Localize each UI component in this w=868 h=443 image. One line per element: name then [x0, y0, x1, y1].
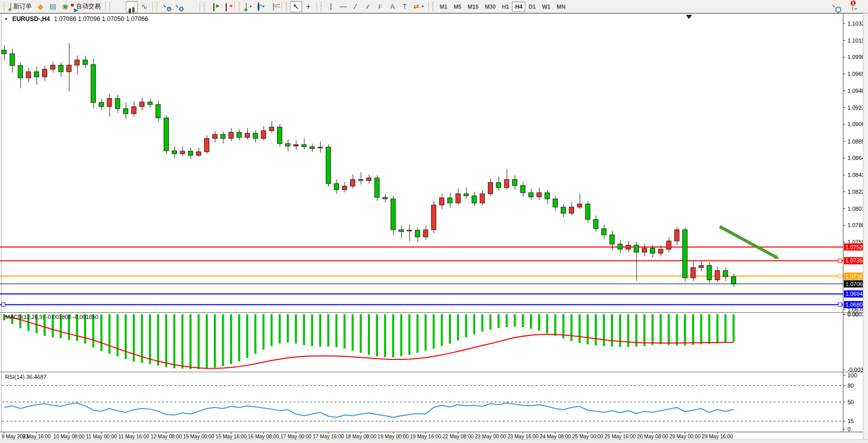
time-axis-label: 25 May 16:00	[604, 434, 636, 439]
chevron-down-icon: ▾	[262, 4, 264, 9]
time-axis-label: 19 May 16:00	[410, 434, 441, 439]
collapse-triangle-icon[interactable]: ▼	[4, 17, 8, 22]
candle	[18, 63, 23, 88]
periods-button[interactable]: ▾	[255, 1, 267, 12]
candle	[75, 55, 80, 74]
zoom-in-button[interactable]: +	[161, 1, 173, 12]
candle	[26, 68, 31, 82]
time-axis-label: 12 May 08:00	[151, 434, 182, 439]
trendline-button[interactable]: ∕	[349, 1, 362, 12]
templates-button[interactable]	[267, 1, 280, 12]
candle	[715, 267, 720, 282]
text-label-button[interactable]: T	[399, 1, 411, 12]
candle	[642, 244, 647, 256]
timeframe-m30-button[interactable]: M30	[482, 2, 499, 12]
horizontal-line-button[interactable]: —	[337, 1, 349, 12]
candle	[140, 97, 144, 110]
tile-windows-button[interactable]	[185, 1, 198, 12]
candle	[261, 126, 266, 140]
candle	[456, 189, 460, 205]
zoom-out-button[interactable]: −	[173, 1, 185, 12]
candle	[302, 138, 306, 150]
rsi-axis-label: 15	[847, 418, 854, 424]
arrows-button[interactable]: ⇄▾	[411, 1, 426, 12]
vertical-line-button[interactable]: |	[325, 1, 337, 12]
auto-scroll-button[interactable]: ▶	[208, 1, 220, 12]
line-handle[interactable]	[838, 274, 842, 278]
timeframe-m1-button[interactable]: M1	[437, 2, 450, 12]
fibonacci-button[interactable]: F	[374, 1, 386, 12]
text-label-icon: T	[403, 3, 406, 10]
bar-chart-button[interactable]	[113, 1, 126, 12]
autotrading-button-label: 自动交易	[76, 2, 101, 11]
timeframe-w1-button[interactable]: W1	[539, 2, 554, 12]
timeframe-d1-button[interactable]: D1	[525, 2, 539, 12]
rsi-axis-label: 0	[847, 426, 851, 432]
chevron-down-icon: ▾	[422, 4, 424, 9]
timeframe-m15-button[interactable]: M15	[464, 2, 481, 12]
candlestick-chart-button[interactable]	[126, 1, 138, 12]
monitor-icon: ▤	[49, 3, 56, 10]
candle	[148, 98, 152, 108]
candle	[50, 62, 55, 73]
crosshair-button[interactable]: +	[302, 1, 314, 12]
candle	[2, 45, 7, 61]
chart-window: 1.103251.101151.099051.096951.094851.092…	[0, 13, 868, 443]
timeframe-h1-button[interactable]: H1	[499, 2, 512, 12]
candle	[164, 115, 169, 154]
candle	[707, 263, 712, 283]
candle	[602, 225, 606, 239]
candle	[99, 98, 104, 110]
time-axis-label: 10 May 08:00	[53, 434, 85, 439]
time-axis-label: 24 May 08:00	[540, 434, 571, 439]
chart-shift-marker-icon[interactable]	[686, 15, 692, 19]
line-handle[interactable]	[838, 259, 842, 263]
line-chart-button[interactable]: ∿	[138, 1, 150, 12]
search-button[interactable]	[829, 1, 841, 12]
vertical-line-icon: |	[330, 3, 332, 10]
time-axis-label: 23 May 00:00	[475, 434, 506, 439]
timeframe-m5-button[interactable]: M5	[450, 2, 464, 12]
timeframe-mn-button[interactable]: MN	[554, 2, 568, 12]
candle	[585, 201, 590, 223]
candle	[594, 215, 598, 232]
alert-bell-button[interactable]: ◆	[34, 1, 47, 12]
candle	[237, 129, 242, 140]
broadcast-button[interactable]: ◉	[59, 1, 71, 12]
candle	[359, 172, 363, 185]
candle	[577, 194, 582, 209]
timeframe-h4-button[interactable]: H4	[512, 2, 525, 12]
candle	[115, 95, 120, 113]
candle	[350, 174, 355, 189]
candle	[675, 227, 679, 245]
candle	[699, 261, 703, 272]
document-plus-icon: +	[10, 3, 11, 10]
chat-button[interactable]: 1	[846, 1, 859, 12]
window-bottom-strip	[0, 439, 868, 443]
text-button[interactable]: A	[386, 1, 399, 12]
time-axis-label: 17 May 00:00	[280, 434, 311, 439]
autotrading-button[interactable]: 自动交易	[71, 1, 103, 12]
time-axis-label: 22 May 08:00	[442, 434, 474, 439]
rsi-line	[4, 403, 734, 417]
indicators-button[interactable]: +▾	[243, 1, 255, 12]
line-handle[interactable]	[838, 303, 842, 307]
arrow-annotation[interactable]	[720, 227, 779, 259]
line-handle[interactable]	[2, 303, 5, 307]
new-order-button[interactable]: +新订单	[8, 1, 34, 12]
candle	[229, 128, 233, 142]
notification-badge: 1	[850, 0, 856, 6]
candle	[415, 228, 420, 242]
cursor-button[interactable]: ↖	[290, 1, 302, 12]
chart-shift-button[interactable]: ◄	[220, 1, 232, 12]
bar-chart-icon	[119, 3, 120, 10]
candle	[10, 49, 14, 73]
candle	[626, 241, 630, 252]
candle	[221, 131, 225, 144]
candle	[67, 43, 71, 91]
channel-button[interactable]: ∕∕	[362, 1, 374, 12]
chart-canvas[interactable]: 1.103251.101151.099051.096951.094851.092…	[0, 13, 868, 443]
trading-platform-window: +新订单◆▤◉自动交易∿+−▶◄+▾▾↖+|—∕∕∕FAT⇄▾M1M5M15M3…	[0, 0, 868, 443]
candle	[34, 67, 39, 85]
chart-window-button[interactable]: ▤	[47, 1, 59, 12]
